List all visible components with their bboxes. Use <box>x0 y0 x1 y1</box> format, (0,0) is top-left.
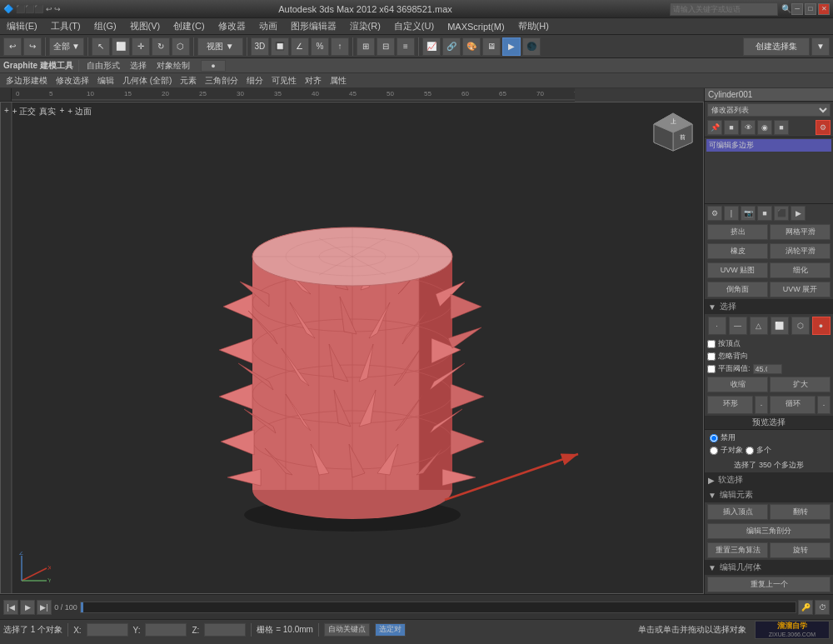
menu-render[interactable]: 渲染(R) <box>347 20 384 32</box>
active-shade[interactable]: 🌑 <box>522 37 541 56</box>
set-key-btn[interactable]: 选定对 <box>375 623 406 637</box>
schematic-view[interactable]: 🔗 <box>442 37 461 56</box>
viewport-plus[interactable]: + <box>4 106 9 117</box>
select-active-icon[interactable]: ● <box>812 317 831 335</box>
modifier-list-dropdown[interactable]: 修改器列表 <box>707 103 831 117</box>
menu-create[interactable]: 创建(C) <box>170 20 207 32</box>
select-border-icon[interactable]: △ <box>750 317 768 335</box>
retri-btn[interactable]: 重置三角算法 <box>707 542 768 558</box>
navigation-cube[interactable]: 上 前 <box>651 109 696 155</box>
extrude-btn[interactable]: 挤出 <box>707 224 768 240</box>
select-poly-icon[interactable]: ⬜ <box>771 317 789 335</box>
select-vertex-icon[interactable]: · <box>708 317 726 335</box>
loop-dot-btn[interactable]: · <box>817 396 831 414</box>
configure-icon[interactable]: ⚙ <box>816 120 831 135</box>
menu-graph-editor[interactable]: 图形编辑器 <box>287 20 340 32</box>
menu-animation[interactable]: 动画 <box>256 20 281 32</box>
preview-subobj-radio[interactable] <box>710 447 718 455</box>
soft-select-toggle[interactable]: ▶ 软选择 <box>705 472 833 487</box>
mod-camera-icon[interactable]: 📷 <box>741 206 756 221</box>
graphite-toggle[interactable]: ● <box>201 60 226 72</box>
select-element-icon[interactable]: ⬡ <box>791 317 810 335</box>
threshold-input[interactable] <box>753 364 782 374</box>
viewport-perspective[interactable]: + 正交 <box>12 106 37 117</box>
y-coord-input[interactable] <box>145 623 187 637</box>
material-editor[interactable]: 🎨 <box>462 37 481 56</box>
menu-customize[interactable]: 自定义(U) <box>391 20 437 32</box>
repeat-last-btn[interactable]: 重复上一个 <box>707 577 831 592</box>
mod-play-icon[interactable]: ▶ <box>791 206 806 221</box>
menu-edit[interactable]: 编辑(E) <box>3 20 41 32</box>
search-icon[interactable]: 🔍 <box>781 4 791 13</box>
poly-subitem-4[interactable]: 元素 <box>177 75 199 87</box>
maximize-button[interactable]: □ <box>805 3 816 15</box>
search-input[interactable] <box>670 2 778 16</box>
snap-3d-button[interactable]: 3D <box>251 37 269 56</box>
mod-box2-icon[interactable]: ⬛ <box>774 206 789 221</box>
menu-maxscript[interactable]: MAXScript(M) <box>444 22 507 32</box>
loop-button[interactable]: 循环 <box>770 396 816 414</box>
modifier-active-item[interactable]: 可编辑多边形 <box>706 139 831 152</box>
time-config-btn[interactable]: ⏱ <box>815 600 830 615</box>
turbosmooth-btn[interactable]: 涡轮平滑 <box>770 243 831 259</box>
prev-frame-btn[interactable]: |◀ <box>3 600 18 615</box>
snap-toggle[interactable]: 🔲 <box>271 37 289 56</box>
menu-modifier[interactable]: 修改器 <box>215 20 249 32</box>
rotate-tri-btn[interactable]: 旋转 <box>770 542 831 558</box>
meshsmooth-btn[interactable]: 网格平滑 <box>770 224 831 240</box>
rotate-button[interactable]: ↻ <box>152 37 170 56</box>
graphite-select[interactable]: 选择 <box>127 60 149 72</box>
select-region-button[interactable]: ⬜ <box>112 37 130 56</box>
x-coord-input[interactable] <box>87 623 128 637</box>
menu-tools[interactable]: 工具(T) <box>47 20 84 32</box>
pin-icon[interactable]: 📌 <box>707 120 722 135</box>
poly-subitem-8[interactable]: 对齐 <box>302 75 324 87</box>
viewport-shading[interactable]: 真实 <box>39 106 56 117</box>
auto-key-btn[interactable]: 自动关键点 <box>324 623 370 637</box>
grow-button[interactable]: 扩大 <box>770 377 831 392</box>
rubber-btn[interactable]: 橡皮 <box>707 243 768 259</box>
spinner-snap[interactable]: ↑ <box>331 37 349 56</box>
mod-settings-icon[interactable]: ⚙ <box>707 206 722 221</box>
render-setup[interactable]: 🖥 <box>482 37 501 56</box>
tessellate-btn[interactable]: 细化 <box>770 262 831 278</box>
poly-subitem-1[interactable]: 修改选择 <box>53 75 92 87</box>
create-selection-set[interactable]: 创建选择集 <box>743 37 810 56</box>
play-btn[interactable]: ▶ <box>20 600 35 615</box>
shrink-button[interactable]: 收缩 <box>707 377 768 392</box>
undo-button[interactable]: ↩ <box>3 37 22 56</box>
poly-subitem-2[interactable]: 编辑 <box>95 75 117 87</box>
uvw-btn[interactable]: UVW 贴图 <box>707 262 768 278</box>
viewport-edgeface[interactable]: + 边面 <box>67 106 92 117</box>
ref-coord-dropdown[interactable]: 视图 ▼ <box>197 37 243 56</box>
z-coord-input[interactable] <box>204 623 246 637</box>
minimize-button[interactable]: ─ <box>791 3 803 15</box>
by-vertex-checkbox[interactable] <box>707 340 716 348</box>
graphite-paint[interactable]: 对象绘制 <box>154 60 192 72</box>
menu-view[interactable]: 视图(V) <box>127 20 164 32</box>
3d-viewport[interactable]: 0 + + 正交 真实 + + 边面 上 前 <box>0 102 704 594</box>
scale-button[interactable]: ⬡ <box>172 37 190 56</box>
select-section-toggle[interactable]: ▼ 选择 <box>705 299 833 314</box>
ring-dot-btn[interactable]: · <box>755 396 768 414</box>
ring-button[interactable]: 环形 <box>707 396 753 414</box>
poly-subitem-9[interactable]: 属性 <box>327 75 349 87</box>
mod-pipe-icon[interactable]: | <box>724 206 739 221</box>
show-end-result-icon[interactable]: ■ <box>774 120 789 135</box>
align-button[interactable]: ⊟ <box>377 37 395 56</box>
next-frame-btn[interactable]: ▶| <box>37 600 52 615</box>
edit-triangles-btn[interactable]: 编辑三角剖分 <box>707 523 831 539</box>
bevel-face-btn[interactable]: 倒角面 <box>707 282 768 297</box>
preview-multi-radio[interactable] <box>746 447 754 455</box>
selection-filter-dropdown[interactable]: 全部 ▼ <box>49 37 84 56</box>
mod-box-icon[interactable]: ■ <box>757 206 772 221</box>
object-name-input[interactable] <box>705 88 833 101</box>
insert-vertex-btn[interactable]: 插入顶点 <box>707 504 768 520</box>
timeline-track[interactable] <box>80 602 796 613</box>
modifier-stack-icon[interactable]: ■ <box>724 120 739 135</box>
menu-group[interactable]: 组(G) <box>91 20 120 32</box>
poly-subitem-7[interactable]: 可见性 <box>269 75 299 87</box>
preview-disable-radio[interactable] <box>710 434 718 442</box>
select-button[interactable]: ↖ <box>92 37 110 56</box>
named-select-sets[interactable]: ▼ <box>811 37 830 56</box>
